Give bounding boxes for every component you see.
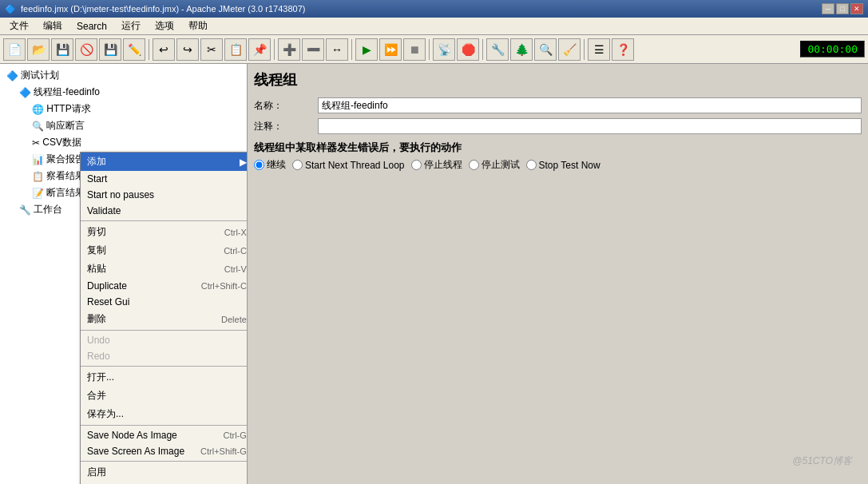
copy-button[interactable]: 📋 (224, 38, 247, 61)
action-title: 线程组中某取样器发生错误后，要执行的动作 (254, 141, 862, 155)
cm-merge[interactable]: 合并 (81, 387, 248, 405)
tree-item-thread-group[interactable]: 🔷 线程组-feedinfo (3, 84, 244, 101)
radio-stop-test-now-label: Stop Test Now (539, 160, 600, 171)
radio-stop-test-now[interactable]: Stop Test Now (526, 160, 600, 171)
workbench-label: 工作台 (34, 203, 62, 216)
start-no-pause-button[interactable]: ⏩ (379, 38, 402, 61)
resp-assertion-label: 响应断言 (46, 119, 85, 133)
assertion-results-icon: 📝 (32, 188, 44, 199)
radio-stop-test-label: 停止测试 (482, 158, 520, 172)
cm-sep5 (81, 461, 248, 462)
thread-group-icon: 🔷 (19, 87, 31, 98)
start-button[interactable]: ▶ (355, 38, 378, 61)
menu-edit[interactable]: 编辑 (37, 18, 69, 34)
menu-run[interactable]: 运行 (115, 18, 147, 34)
left-panel: 🔷 测试计划 🔷 线程组-feedinfo 🌐 HTTP请求 🔍 响应断言 ✂ … (0, 64, 248, 484)
minimize-button[interactable]: ─ (822, 3, 834, 14)
radio-continue-label: 继续 (267, 158, 286, 172)
remote-start-button[interactable]: 📡 (433, 38, 455, 61)
remove-button[interactable]: ➖ (302, 38, 324, 61)
cm-delete[interactable]: 删除 Delete (81, 310, 248, 328)
cut-button[interactable]: ✂ (200, 38, 223, 61)
sep3 (351, 39, 352, 60)
cm-sep2 (81, 330, 248, 331)
paste-button[interactable]: 📌 (248, 38, 271, 61)
menu-help[interactable]: 帮助 (182, 18, 214, 34)
function-helper-button[interactable]: 🔧 (486, 38, 509, 61)
tree-item-test-plan[interactable]: 🔷 测试计划 (3, 67, 244, 84)
remote-stop-button[interactable]: 🛑 (457, 38, 479, 61)
clear-button[interactable]: 🧹 (558, 38, 581, 61)
help-button[interactable]: ❓ (612, 38, 634, 61)
cm-duplicate[interactable]: Duplicate Ctrl+Shift-C (81, 278, 248, 294)
open-button[interactable]: 📂 (27, 38, 50, 61)
radio-stop-test-now-input[interactable] (526, 160, 537, 170)
right-panel: 线程组 名称： 注释： 线程组中某取样器发生错误后，要执行的动作 继续 Star… (248, 64, 868, 484)
name-input[interactable] (318, 97, 862, 113)
radio-stop-thread[interactable]: 停止线程 (411, 158, 462, 172)
menu-bar: 文件 编辑 Search 运行 选项 帮助 (0, 18, 868, 35)
aggregate-icon: 📊 (32, 154, 44, 165)
close-button2[interactable]: 🚫 (75, 38, 97, 61)
timer-display: 00:00:00 (800, 41, 865, 58)
comments-input[interactable] (318, 118, 862, 134)
comments-label: 注释： (254, 120, 318, 133)
cm-validate[interactable]: Validate (81, 203, 248, 219)
title-text: feedinfo.jmx (D:\jmeter-test\feedinfo.jm… (21, 4, 305, 14)
close-button[interactable]: ✕ (850, 3, 863, 14)
tree-item-response-assertion[interactable]: 🔍 响应断言 (3, 117, 244, 134)
maximize-button[interactable]: □ (836, 3, 849, 14)
sep1 (149, 39, 149, 60)
main-area: 🔷 测试计划 🔷 线程组-feedinfo 🌐 HTTP请求 🔍 响应断言 ✂ … (0, 64, 868, 484)
menu-file[interactable]: 文件 (3, 18, 35, 34)
radio-stop-test-input[interactable] (469, 160, 479, 170)
cm-copy[interactable]: 复制 Ctrl-C (81, 241, 248, 260)
csv-icon: ✂ (32, 137, 40, 149)
cm-save-screen[interactable]: Save Screen As Image Ctrl+Shift-G (81, 443, 248, 459)
cm-cut[interactable]: 剪切 Ctrl-X (81, 223, 248, 241)
cm-start[interactable]: Start (81, 171, 248, 187)
http-label: HTTP请求 (46, 102, 90, 116)
tree-item-csv[interactable]: ✂ CSV数据 (3, 134, 244, 151)
move-button[interactable]: ↔ (326, 38, 348, 61)
toolbar: 📄 📂 💾 🚫 💾 ✏️ ↩ ↪ ✂ 📋 📌 ➕ ➖ ↔ ▶ ⏩ ⏹ 📡 🛑 🔧… (0, 35, 868, 64)
cm-reset-gui[interactable]: Reset Gui (81, 294, 248, 310)
cm-open[interactable]: 打开... (81, 368, 248, 387)
radio-stop-thread-label: 停止线程 (424, 158, 462, 172)
name-label: 名称： (254, 99, 318, 113)
list-button[interactable]: ☰ (588, 38, 610, 61)
redo-button[interactable]: ↪ (176, 38, 199, 61)
window-controls: ─ □ ✕ (822, 3, 863, 14)
new-button[interactable]: 📄 (3, 38, 26, 61)
radio-next-thread-label: Start Next Thread Loop (305, 160, 405, 171)
undo-button[interactable]: ↩ (153, 38, 175, 61)
menu-search[interactable]: Search (70, 19, 113, 34)
cm-paste[interactable]: 粘贴 Ctrl-V (81, 260, 248, 278)
tree-item-http[interactable]: 🌐 HTTP请求 (3, 101, 244, 117)
comments-row: 注释： (254, 118, 862, 134)
sep5 (482, 39, 483, 60)
radio-stop-thread-input[interactable] (411, 160, 422, 170)
radio-next-thread[interactable]: Start Next Thread Loop (292, 160, 405, 171)
cm-start-no-pauses[interactable]: Start no pauses (81, 187, 248, 203)
radio-next-thread-input[interactable] (292, 160, 303, 170)
cm-enable[interactable]: 启用 (81, 463, 248, 482)
save-button[interactable]: 💾 (51, 38, 73, 61)
http-icon: 🌐 (32, 104, 44, 115)
cm-save-node[interactable]: Save Node As Image Ctrl-G (81, 427, 248, 443)
save2-button[interactable]: 💾 (99, 38, 121, 61)
radio-continue[interactable]: 继续 (254, 158, 286, 172)
template-button[interactable]: 🌲 (510, 38, 533, 61)
edit-button[interactable]: ✏️ (123, 38, 145, 61)
menu-options[interactable]: 选项 (149, 18, 180, 34)
stop-button[interactable]: ⏹ (403, 38, 426, 61)
search-btn[interactable]: 🔍 (534, 38, 557, 61)
cm-redo: Redo (81, 348, 248, 364)
cm-save-as[interactable]: 保存为... (81, 405, 248, 423)
watermark: @51CTO博客 (792, 454, 852, 468)
radio-stop-test[interactable]: 停止测试 (469, 158, 520, 172)
add-button[interactable]: ➕ (278, 38, 300, 61)
cm-add[interactable]: 添加 ▶ (81, 153, 248, 171)
radio-continue-input[interactable] (254, 160, 264, 170)
context-menu: 添加 ▶ Start Start no pauses Validate 剪切 C… (80, 152, 248, 484)
